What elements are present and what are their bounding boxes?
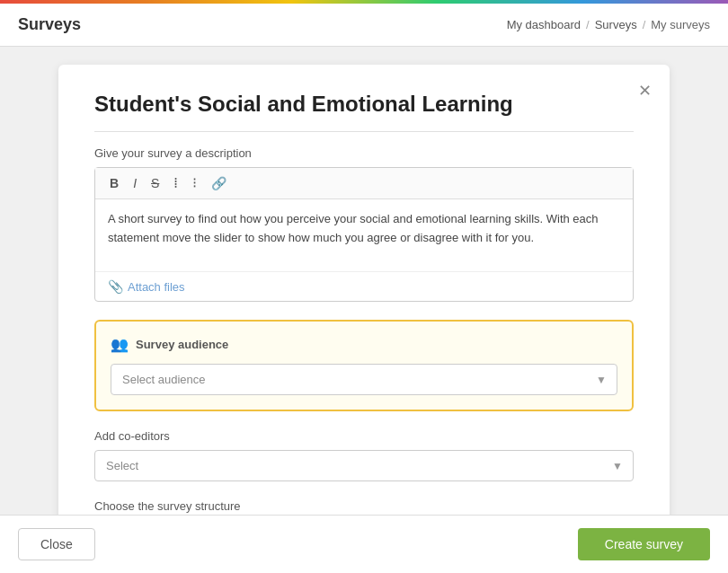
co-editors-select[interactable]: Select: [94, 450, 634, 481]
modal-close-button[interactable]: ✕: [635, 79, 655, 102]
breadcrumb-surveys[interactable]: Surveys: [595, 18, 637, 31]
breadcrumb-sep1: /: [586, 18, 590, 31]
audience-header: 👥 Survey audience: [111, 336, 617, 353]
strike-button[interactable]: S: [146, 174, 164, 192]
co-editors-select-wrapper: Select ▼: [94, 450, 634, 481]
page-body: ✕ Student's Social and Emotional Learnin…: [0, 47, 728, 573]
create-survey-button[interactable]: Create survey: [578, 528, 710, 560]
close-button[interactable]: Close: [18, 528, 95, 560]
audience-select-wrapper: Select audience ▼: [111, 364, 617, 395]
navbar: Surveys My dashboard / Surveys / My surv…: [0, 4, 728, 47]
audience-title: Survey audience: [136, 338, 228, 351]
breadcrumb-current: My surveys: [651, 18, 710, 31]
modal-title: Student's Social and Emotional Learning: [94, 92, 634, 132]
ol-button[interactable]: ⁝: [187, 173, 202, 193]
brand-title: Surveys: [18, 15, 81, 34]
attach-files-button[interactable]: 📎 Attach files: [95, 271, 633, 301]
editor-content[interactable]: A short survey to find out how you perce…: [95, 199, 633, 271]
breadcrumb-sep2: /: [643, 18, 646, 31]
bold-button[interactable]: B: [104, 174, 124, 192]
link-button[interactable]: 🔗: [206, 174, 232, 192]
ul-button[interactable]: ⁞: [168, 173, 183, 193]
attach-label: Attach files: [128, 280, 185, 294]
breadcrumb: My dashboard / Surveys / My surveys: [507, 18, 710, 31]
audience-icon: 👥: [111, 336, 129, 353]
modal-container: ✕ Student's Social and Emotional Learnin…: [58, 65, 670, 568]
italic-button[interactable]: I: [128, 174, 142, 192]
co-editors-label: Add co-editors: [94, 429, 634, 443]
modal-footer: Close Create survey: [0, 515, 728, 573]
paperclip-icon: 📎: [108, 279, 123, 294]
editor-toolbar: B I S ⁞ ⁝ 🔗: [95, 168, 633, 199]
audience-select[interactable]: Select audience: [111, 364, 617, 395]
description-label: Give your survey a description: [94, 146, 634, 160]
editor-box: B I S ⁞ ⁝ 🔗 A short survey to find out h…: [94, 167, 634, 302]
breadcrumb-dashboard[interactable]: My dashboard: [507, 18, 581, 31]
structure-label: Choose the survey structure: [94, 499, 634, 513]
audience-box: 👥 Survey audience Select audience ▼: [94, 320, 634, 411]
co-editors-section: Add co-editors Select ▼: [94, 429, 634, 481]
